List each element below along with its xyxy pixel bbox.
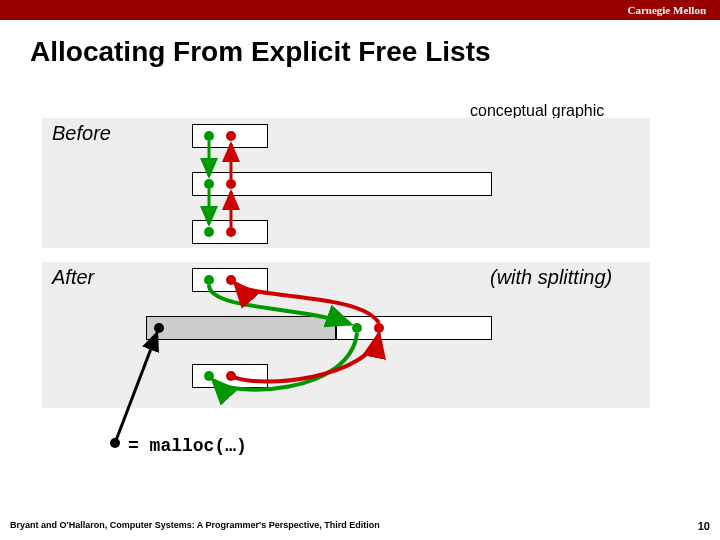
after-label: After xyxy=(52,266,94,289)
before-box-mid xyxy=(192,172,492,196)
after-box-allocated xyxy=(146,316,336,340)
slide-title: Allocating From Explicit Free Lists xyxy=(30,36,720,68)
dot xyxy=(226,179,236,189)
legend-dot xyxy=(110,438,120,448)
page-number: 10 xyxy=(698,520,710,532)
dot xyxy=(204,371,214,381)
dot xyxy=(204,227,214,237)
with-splitting-label: (with splitting) xyxy=(490,266,612,289)
dot-malloc-target xyxy=(154,323,164,333)
dot xyxy=(226,275,236,285)
legend-text: = malloc(…) xyxy=(128,436,247,456)
dot xyxy=(226,131,236,141)
citation: Bryant and O'Hallaron, Computer Systems:… xyxy=(10,520,380,532)
before-label: Before xyxy=(52,122,111,145)
dot xyxy=(204,131,214,141)
dot xyxy=(204,275,214,285)
dot xyxy=(226,227,236,237)
header-bar: Carnegie Mellon xyxy=(0,0,720,20)
dot xyxy=(226,371,236,381)
dot xyxy=(374,323,384,333)
dot xyxy=(352,323,362,333)
footer: Bryant and O'Hallaron, Computer Systems:… xyxy=(10,520,710,532)
dot xyxy=(204,179,214,189)
brand: Carnegie Mellon xyxy=(627,4,706,16)
